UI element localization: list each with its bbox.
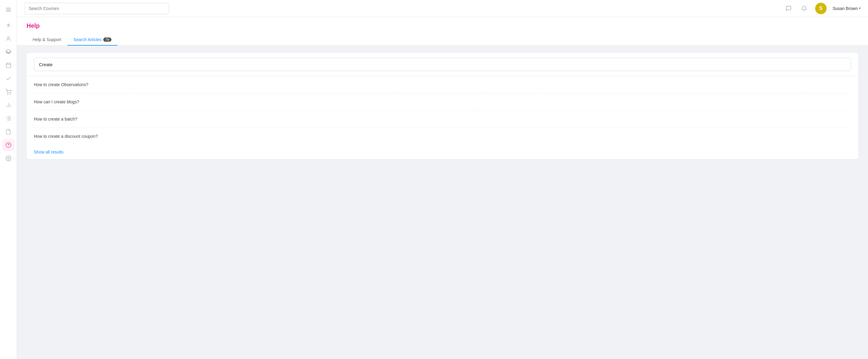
- sidebar-item-reports[interactable]: [2, 99, 14, 111]
- article-item[interactable]: How to create Observations?: [34, 76, 851, 93]
- sidebar-item-users[interactable]: [2, 33, 14, 45]
- sidebar-item-dashboard[interactable]: [2, 19, 14, 31]
- tab-help-support[interactable]: Help & Support: [27, 34, 67, 46]
- notifications-icon[interactable]: [800, 4, 809, 13]
- show-all-results-link[interactable]: Show all results: [27, 145, 71, 159]
- articles-search-input[interactable]: [34, 58, 851, 71]
- main-area: S Susan Brown ▾ Help Help & Support Sear…: [17, 0, 868, 359]
- sidebar-item-documents[interactable]: [2, 126, 14, 138]
- content-panel: How to create Observations? How can I cr…: [27, 53, 858, 159]
- sidebar-item-courses[interactable]: [2, 46, 14, 58]
- svg-rect-6: [6, 63, 10, 68]
- search-bar: [24, 3, 169, 14]
- article-item[interactable]: How to create a discount coupon?: [34, 128, 851, 145]
- articles-count-badge: 78: [103, 37, 111, 42]
- article-item[interactable]: How to create a batch?: [34, 111, 851, 128]
- topnav-right: S Susan Brown ▾: [784, 3, 861, 14]
- tab-search-articles[interactable]: Search Articles 78: [67, 34, 118, 46]
- content-area: Help Help & Support Search Articles 78: [17, 17, 868, 359]
- article-item[interactable]: How can I create blogs?: [34, 93, 851, 111]
- svg-point-11: [10, 94, 10, 95]
- search-courses-input[interactable]: [24, 3, 169, 14]
- sidebar-item-calendar[interactable]: [2, 59, 14, 71]
- topnav: S Susan Brown ▾: [17, 0, 868, 17]
- sidebar-item-settings[interactable]: [2, 152, 14, 164]
- tabs: Help & Support Search Articles 78: [27, 34, 858, 45]
- articles-search: [27, 53, 858, 76]
- article-list: How to create Observations? How can I cr…: [27, 76, 858, 145]
- svg-point-4: [7, 36, 9, 39]
- svg-point-10: [7, 94, 8, 95]
- menu-icon[interactable]: [2, 4, 14, 16]
- sidebar-item-shop[interactable]: [2, 86, 14, 98]
- sidebar-item-list[interactable]: [2, 112, 14, 124]
- avatar[interactable]: S: [815, 3, 827, 14]
- svg-point-23: [7, 158, 9, 159]
- sidebar-item-tasks[interactable]: [2, 72, 14, 85]
- sidebar-item-help[interactable]: [2, 139, 14, 151]
- svg-point-21: [6, 143, 11, 148]
- user-name[interactable]: Susan Brown ▾: [833, 6, 861, 11]
- page-header: Help Help & Support Search Articles 78: [17, 17, 868, 46]
- app-layout: S Susan Brown ▾ Help Help & Support Sear…: [0, 0, 868, 359]
- messages-icon[interactable]: [784, 4, 794, 13]
- chevron-down-icon: ▾: [859, 6, 861, 10]
- page-title: Help: [27, 22, 858, 29]
- sidebar: [0, 0, 17, 359]
